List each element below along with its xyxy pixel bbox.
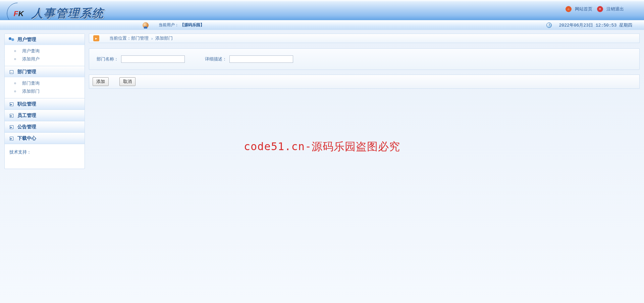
sidebar-item-dept-add[interactable]: 添加部门 [5,87,85,95]
avatar-icon [143,22,149,28]
layout: 用户管理 用户查询 添加用户 – 部门管理 部门查询 添加部门 ▸ 职位管理 [0,30,644,169]
dept-desc-label: 详细描述： [205,56,227,62]
sidebar-head-users[interactable]: 用户管理 [5,34,85,45]
main: ▸ 当前位置： 部门管理 › 添加部门 部门名称： 详细描述： 添加 取消 [89,34,640,169]
dept-desc-input[interactable] [229,55,293,63]
users-icon [9,37,14,42]
dept-name-label: 部门名称： [97,56,118,62]
close-icon: ✕ [597,6,603,12]
breadcrumb: ▸ 当前位置： 部门管理 › 添加部门 [89,34,640,43]
home-link[interactable]: ⌂ 网站首页 [566,6,592,12]
crumb-b: 添加部门 [155,35,173,41]
sidebar-item-user-query[interactable]: 用户查询 [5,47,85,55]
logo-text: 人事管理系统 [32,6,104,21]
sidebar-item-dept-query[interactable]: 部门查询 [5,79,85,87]
dept-name-input[interactable] [121,55,185,63]
clock-icon [546,23,552,28]
svg-text:F: F [14,9,19,18]
toggle-icon: ▸ [9,102,14,106]
sidebar-head-users-label: 用户管理 [17,37,36,43]
sidebar-head-download[interactable]: ▸ 下载中心 [5,133,85,144]
datetime: 2022年06月23日 12:50:53 星期四 [559,22,632,28]
app-header: F K 人事管理系统 ⌂ 网站首页 ✕ 注销退出 当前用户： 【源码乐园】 20… [0,0,644,30]
crumb-sep: › [151,36,153,41]
sidebar-head-dept[interactable]: – 部门管理 [5,66,85,77]
cur-user-name: 【源码乐园】 [180,22,204,28]
toggle-icon: – [9,70,14,74]
sidebar-head-employee[interactable]: ▸ 员工管理 [5,110,85,121]
home-label: 网站首页 [575,6,592,12]
cancel-button[interactable]: 取消 [119,77,136,86]
add-button[interactable]: 添加 [93,77,109,86]
crumb-a[interactable]: 部门管理 [131,35,149,41]
logout-label: 注销退出 [606,6,624,12]
crumb-prefix: 当前位置： [109,35,131,41]
toggle-icon: ▸ [9,136,14,141]
sidebar-head-position[interactable]: ▸ 职位管理 [5,98,85,110]
sidebar-footer: 技术支持： [5,144,85,169]
sidebar-item-user-add[interactable]: 添加用户 [5,55,85,63]
cur-user-label: 当前用户： [159,22,179,28]
topbar: 当前用户： 【源码乐园】 2022年06月23日 12:50:53 星期四 [0,20,644,30]
toggle-icon: ▸ [9,113,14,118]
logout-link[interactable]: ✕ 注销退出 [597,6,624,12]
top-links: ⌂ 网站首页 ✕ 注销退出 [566,6,624,12]
sidebar-head-notice[interactable]: ▸ 公告管理 [5,121,85,132]
toggle-icon: ▸ [9,125,14,129]
svg-text:K: K [18,9,24,18]
form-panel: 部门名称： 详细描述： [89,48,640,70]
sidebar-head-dept-label: 部门管理 [17,69,36,75]
sidebar: 用户管理 用户查询 添加用户 – 部门管理 部门查询 添加部门 ▸ 职位管理 [4,34,85,169]
home-icon: ⌂ [566,6,572,12]
back-icon[interactable]: ▸ [93,35,99,41]
button-row: 添加 取消 [89,75,640,89]
clock-area: 2022年06月23日 12:50:53 星期四 [546,22,632,28]
